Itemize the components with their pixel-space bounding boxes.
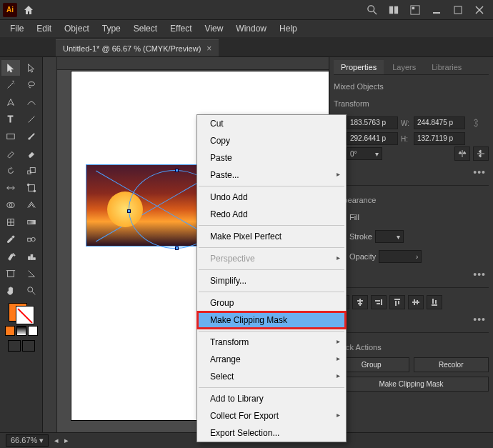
curvature-tool-icon[interactable]: [22, 94, 41, 110]
flip-vertical-icon[interactable]: [473, 146, 489, 161]
ctx-arrange[interactable]: Arrange: [197, 351, 346, 368]
free-transform-tool-icon[interactable]: [22, 180, 41, 196]
eyedropper-tool-icon[interactable]: [1, 232, 20, 247]
symbol-sprayer-tool-icon[interactable]: [1, 249, 20, 264]
align-bottom-icon[interactable]: [427, 295, 442, 309]
ctx-perspective[interactable]: Perspective: [197, 250, 346, 267]
ctx-cut[interactable]: Cut: [197, 115, 346, 132]
zoom-tool-icon[interactable]: [22, 283, 41, 299]
titlebar: Ai: [0, 0, 493, 20]
status-nav-right-icon[interactable]: ▸: [64, 436, 69, 445]
transform-more-icon[interactable]: •••: [334, 166, 489, 178]
tab-layers[interactable]: Layers: [385, 60, 423, 74]
hand-tool-icon[interactable]: [1, 283, 20, 299]
y-input[interactable]: 292.6441 p: [347, 132, 398, 145]
align-more-icon[interactable]: •••: [334, 314, 489, 325]
menu-view[interactable]: View: [199, 22, 229, 35]
close-icon[interactable]: [469, 1, 490, 19]
menu-file[interactable]: File: [4, 22, 29, 35]
menu-type[interactable]: Type: [96, 22, 126, 35]
magic-wand-tool-icon[interactable]: [1, 77, 20, 93]
line-segment-tool-icon[interactable]: [22, 111, 41, 127]
align-right-icon[interactable]: [371, 295, 387, 309]
menu-edit[interactable]: Edit: [31, 22, 57, 35]
menu-object[interactable]: Object: [59, 22, 95, 35]
shape-builder-tool-icon[interactable]: [1, 197, 20, 213]
zoom-select[interactable]: 66.67% ▾: [6, 434, 49, 447]
h-input[interactable]: 132.7119 p: [414, 132, 465, 145]
ctx-make-pixel-perfect[interactable]: Make Pixel Perfect: [197, 228, 346, 245]
menu-select[interactable]: Select: [128, 22, 163, 35]
ctx-export-selection[interactable]: Export Selection...: [197, 424, 346, 442]
minimize-icon[interactable]: [426, 1, 447, 19]
rotate-input[interactable]: 0°▾: [347, 147, 382, 160]
document-tab[interactable]: Untitled-1* @ 66.67 % (CMYK/Preview) ×: [56, 39, 219, 56]
menu-help[interactable]: Help: [274, 22, 303, 35]
width-tool-icon[interactable]: [1, 180, 20, 196]
ctx-undo-add[interactable]: Undo Add: [197, 189, 346, 206]
menu-effect[interactable]: Effect: [164, 22, 197, 35]
ctx-add-to-library[interactable]: Add to Library: [197, 390, 346, 407]
direct-selection-tool-icon[interactable]: [22, 60, 41, 76]
mesh-tool-icon[interactable]: [1, 214, 20, 230]
svg-rect-7: [454, 6, 462, 14]
scale-tool-icon[interactable]: [22, 163, 41, 179]
svg-line-1: [374, 11, 377, 14]
artboard-tool-icon[interactable]: [1, 266, 20, 282]
color-mode-swatch[interactable]: [5, 326, 15, 336]
none-mode-swatch[interactable]: [28, 326, 38, 336]
search-icon[interactable]: [362, 1, 383, 19]
draw-mode-normal-icon[interactable]: [8, 340, 21, 352]
eraser-tool-icon[interactable]: [22, 146, 41, 161]
arrange-docs-icon[interactable]: [383, 1, 404, 19]
make-clipping-mask-button[interactable]: Make Clipping Mask: [334, 377, 489, 392]
align-hcenter-icon[interactable]: [352, 295, 368, 309]
ctx-select[interactable]: Select: [197, 368, 346, 385]
home-icon[interactable]: [21, 3, 36, 17]
gradient-mode-swatch[interactable]: [16, 326, 26, 336]
ctx-paste-sub[interactable]: Paste...: [197, 166, 346, 184]
ctx-collect-for-export[interactable]: Collect For Export: [197, 407, 346, 424]
shaper-tool-icon[interactable]: [1, 146, 20, 161]
selection-tool-icon[interactable]: [1, 60, 20, 76]
ctx-paste[interactable]: Paste: [197, 149, 346, 166]
paintbrush-tool-icon[interactable]: [22, 129, 41, 144]
tab-libraries[interactable]: Libraries: [424, 60, 469, 74]
svg-rect-47: [395, 301, 397, 306]
close-tab-icon[interactable]: ×: [206, 44, 211, 54]
draw-mode-behind-icon[interactable]: [22, 340, 35, 352]
tab-properties[interactable]: Properties: [334, 60, 384, 74]
link-wh-icon[interactable]: [468, 115, 484, 131]
ctx-group[interactable]: Group: [197, 294, 346, 312]
svg-rect-24: [27, 220, 35, 224]
w-input[interactable]: 244.8475 p: [414, 116, 465, 129]
pen-tool-icon[interactable]: [1, 94, 20, 110]
ctx-transform[interactable]: Transform: [197, 334, 346, 351]
align-vcenter-icon[interactable]: [408, 295, 424, 309]
type-tool-icon[interactable]: T: [1, 111, 20, 127]
ctx-redo-add[interactable]: Redo Add: [197, 206, 346, 223]
opacity-input[interactable]: ›: [379, 250, 422, 263]
stroke-weight-input[interactable]: ▾: [375, 230, 404, 243]
blend-tool-icon[interactable]: [22, 232, 41, 247]
x-input[interactable]: 183.5763 p: [347, 116, 398, 129]
ctx-copy[interactable]: Copy: [197, 132, 346, 149]
maximize-icon[interactable]: [447, 1, 469, 19]
ctx-simplify[interactable]: Simplify...: [197, 272, 346, 289]
lasso-tool-icon[interactable]: [22, 77, 41, 93]
workspace-icon[interactable]: [404, 1, 426, 19]
slice-tool-icon[interactable]: [22, 266, 41, 282]
rotate-tool-icon[interactable]: [1, 163, 20, 179]
menu-window[interactable]: Window: [230, 22, 272, 35]
align-top-icon[interactable]: [389, 295, 405, 309]
perspective-grid-tool-icon[interactable]: [22, 197, 41, 213]
column-graph-tool-icon[interactable]: [22, 249, 41, 264]
rectangle-tool-icon[interactable]: [1, 129, 20, 144]
ctx-make-clipping-mask[interactable]: Make Clipping Mask: [197, 312, 346, 329]
gradient-tool-icon[interactable]: [22, 214, 41, 230]
stroke-swatch[interactable]: [16, 306, 34, 324]
recolor-button[interactable]: Recolor: [414, 357, 489, 372]
appearance-more-icon[interactable]: •••: [334, 269, 489, 280]
flip-horizontal-icon[interactable]: [454, 146, 470, 161]
status-nav-left-icon[interactable]: ◂: [54, 436, 59, 445]
